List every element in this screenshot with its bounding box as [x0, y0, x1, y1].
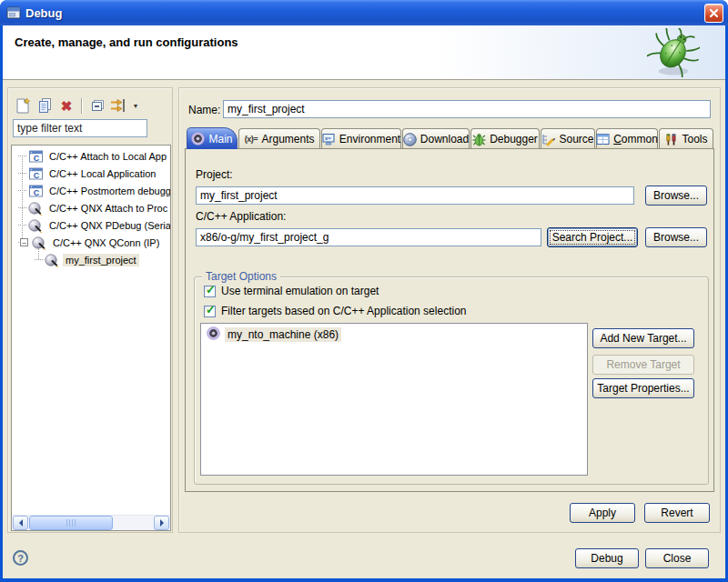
svg-text:C: C: [34, 170, 40, 179]
debug-bug-icon: [647, 28, 700, 81]
common-table-icon: [596, 133, 610, 146]
window-title: Debug: [25, 6, 62, 20]
tree-branch-line: [35, 259, 43, 260]
apply-button[interactable]: Apply: [570, 503, 635, 523]
tree-branch-line: [18, 225, 26, 226]
debug-button[interactable]: Debug: [575, 548, 639, 568]
tab-label: Common: [613, 133, 658, 146]
type-filter-input[interactable]: [13, 119, 147, 137]
name-label: Name:: [188, 104, 220, 116]
window-icon: [6, 5, 21, 20]
c-application-icon: C: [28, 184, 44, 198]
svg-text:x=: x=: [325, 135, 331, 141]
scrollbar-thumb[interactable]: [29, 516, 113, 530]
tree-item-label: my_first_project: [63, 254, 139, 266]
collapse-toggle-icon[interactable]: –: [20, 238, 28, 246]
debug-dialog-window: Debug Create, manage, and run configurat…: [0, 0, 728, 582]
configurations-sidebar: ✖: [7, 87, 173, 533]
dialog-header-title: Create, manage, and run configurations: [15, 35, 238, 49]
c-application-icon: C: [28, 166, 44, 181]
qnx-icon: [28, 218, 44, 233]
tab-debugger[interactable]: Debugger: [470, 128, 540, 149]
qnx-icon: [45, 253, 60, 267]
revert-button[interactable]: Revert: [644, 503, 710, 523]
qnx-icon: [32, 236, 47, 250]
tree-branch-line: [18, 190, 26, 191]
tab-download[interactable]: Download: [402, 128, 470, 149]
project-browse-button[interactable]: Browse...: [645, 186, 707, 206]
tree-item-label: C/C++ QNX Attach to Proc: [46, 202, 170, 215]
dialog-header: Create, manage, and run configurations: [3, 25, 725, 80]
close-icon: [708, 7, 720, 19]
configuration-detail-panel: Name: Main(x)=Argumentsx=EnvironmentDown…: [178, 87, 721, 533]
tree-item-label: C/C++ QNX PDebug (Serial: [46, 219, 171, 232]
tree-item-c-c-attach-to-local-app[interactable]: CC/C++ Attach to Local App: [12, 147, 170, 165]
collapse-all-icon[interactable]: [86, 95, 108, 115]
tree-branch-line: [18, 207, 26, 208]
tree-branch-line: [18, 173, 26, 174]
application-browse-button[interactable]: Browse...: [645, 227, 707, 247]
tab-tools[interactable]: Tools: [659, 128, 713, 149]
scroll-right-button[interactable]: [154, 516, 169, 530]
target-icon: [191, 132, 205, 146]
close-button[interactable]: Close: [645, 548, 709, 568]
project-input[interactable]: [196, 186, 634, 205]
qnx-icon: [28, 201, 44, 216]
scroll-left-button[interactable]: [13, 516, 28, 530]
tools-icon: [664, 133, 678, 146]
new-configuration-icon[interactable]: [12, 95, 34, 115]
close-window-button[interactable]: [704, 4, 723, 23]
window-titlebar[interactable]: Debug: [0, 0, 728, 25]
tree-item-my-first-project[interactable]: my_first_project: [12, 251, 170, 268]
tab-common[interactable]: Common: [596, 128, 658, 149]
tree-item-c-c-local-application[interactable]: CC/C++ Local Application: [12, 165, 170, 182]
delete-configuration-icon[interactable]: ✖: [56, 95, 77, 115]
tab-label: Tools: [682, 133, 707, 146]
svg-text:C: C: [34, 187, 40, 196]
sidebar-toolbar: ✖: [12, 95, 141, 115]
tree-item-c-c-postmortem-debugg[interactable]: CC/C++ Postmortem debugg: [12, 182, 170, 199]
toolbar-separator: [81, 98, 83, 114]
tree-item-label: C/C++ Attach to Local App: [46, 150, 169, 163]
name-input[interactable]: [223, 100, 711, 118]
help-icon[interactable]: ?: [13, 550, 28, 566]
tree-item-c-c-qnx-qconn-ip-[interactable]: –C/C++ QNX QConn (IP): [12, 234, 170, 251]
source-icon: [541, 133, 555, 146]
tab-label: Main: [208, 133, 232, 146]
tree-branch-line: [18, 156, 26, 156]
duplicate-configuration-icon[interactable]: [34, 95, 56, 115]
c-application-icon: C: [28, 149, 44, 164]
tab-environment[interactable]: x=Environment: [321, 128, 401, 149]
configurations-tree: CC/C++ Attach to Local AppCC/C++ Local A…: [11, 145, 171, 531]
search-project-button[interactable]: Search Project...: [547, 227, 638, 247]
tree-item-c-c-qnx-attach-to-proc[interactable]: C/C++ QNX Attach to Proc: [12, 199, 170, 216]
filter-dropdown-icon[interactable]: ▼: [130, 95, 141, 115]
tab-label: Environment: [339, 133, 400, 146]
filter-configurations-icon[interactable]: [108, 95, 130, 115]
project-label: Project:: [196, 168, 233, 181]
tab-label: Debugger: [490, 133, 538, 146]
tree-item-label: C/C++ QNX QConn (IP): [50, 236, 162, 249]
download-icon: [403, 133, 417, 146]
tab-label: Arguments: [261, 133, 314, 146]
target-options-legend: Target Options: [202, 270, 280, 283]
application-label: C/C++ Application:: [196, 210, 286, 223]
tab-label: Source: [559, 133, 593, 146]
tree-item-label: C/C++ Local Application: [46, 167, 158, 180]
tab-arguments[interactable]: (x)=Arguments: [238, 128, 320, 149]
debugger-bug-icon: [472, 133, 486, 146]
tab-label: Download: [420, 133, 469, 146]
svg-text:C: C: [34, 153, 40, 162]
tab-main[interactable]: Main: [187, 127, 238, 149]
tree-horizontal-scrollbar[interactable]: [12, 515, 170, 530]
arguments-icon: (x)=: [244, 133, 258, 146]
tab-source[interactable]: Source: [541, 128, 595, 149]
tree-item-label: C/C++ Postmortem debugg: [46, 185, 171, 197]
configuration-tabs: Main(x)=Argumentsx=EnvironmentDownloadDe…: [187, 128, 714, 149]
environment-icon: x=: [322, 133, 336, 146]
application-input[interactable]: [196, 228, 541, 246]
tree-item-c-c-qnx-pdebug-serial[interactable]: C/C++ QNX PDebug (Serial: [12, 216, 170, 234]
